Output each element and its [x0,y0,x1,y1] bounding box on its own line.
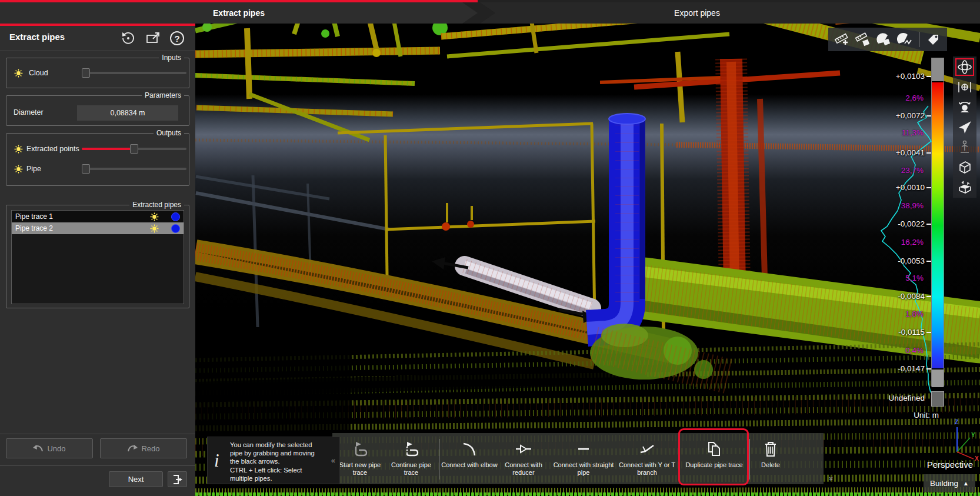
panel-title: Extract pipes [9,32,65,42]
scale-value-label: -0,0022 [898,219,925,228]
measure-along-path-icon[interactable] [896,31,914,48]
level-selector-dropdown[interactable]: Building ▲ [924,474,975,492]
slider-handle[interactable] [82,164,90,174]
undefined-label: Undefined [888,394,925,402]
help-icon[interactable]: ? [170,31,184,45]
scale-tick [926,332,931,333]
redo-label: Redo [141,444,159,453]
divider [0,434,195,434]
button-label: Continue pipe trace [385,461,437,477]
visibility-bulb-icon[interactable] [149,212,159,222]
connect-with-elbow-button[interactable]: Connect with elbow [441,435,498,483]
pipe-edit-toolbar: Start new pipe trace Continue pipe trace… [332,433,824,484]
color-scale-over-range [932,58,944,81]
hint-info-box: i You can modify the selected pipe by gr… [207,437,340,484]
undefined-color-swatch [931,391,944,407]
scale-tick [926,76,931,77]
tab-extract-pipes-label: Extract pipes [213,8,265,18]
pipe-opacity-slider[interactable] [82,164,186,174]
outputs-group-legend: Outputs [154,129,184,137]
connect-with-straight-pipe-button[interactable]: Connect with straight pipe [549,435,618,483]
scale-tick [926,224,931,225]
infobox-collapse-chevron[interactable]: « [331,456,335,465]
orbit-icon[interactable] [955,58,974,76]
dropdown-arrow-icon: ▲ [963,480,969,487]
popout-icon[interactable] [145,30,161,46]
next-button[interactable]: Next [109,471,163,487]
cloud-opacity-slider[interactable] [82,68,186,78]
extracted-pipes-group: Extracted pipes Pipe trace 1 Pipe trace … [6,205,189,308]
axis-gizmo-icon: Z Y X [944,419,980,464]
scale-tick [926,187,931,188]
divider [0,465,195,466]
scale-percent-label: 1,8% [905,309,924,318]
3d-viewport[interactable]: +0,0103 2,6% +0,0072 11,3% +0,0041 23,7%… [195,24,980,496]
scale-percent-label: 23,7% [901,166,924,175]
toolbar-separator [749,439,750,480]
scale-value-label: -0,0147 [898,364,925,373]
exit-command-icon[interactable] [168,471,187,487]
delete-button[interactable]: Delete [752,435,789,483]
histogram-curve [871,79,976,400]
add-angle-measurement-icon[interactable] [875,31,893,48]
button-label: Connect with elbow [441,461,497,469]
remove-measurement-icon[interactable] [854,31,872,48]
undo-label: Undo [47,444,65,453]
undo-button[interactable]: Undo [6,438,93,458]
redo-button[interactable]: Redo [100,438,187,458]
axis-x-label: X [975,455,979,462]
extracted-points-opacity-slider[interactable] [82,144,186,154]
slider-fill [82,148,134,150]
connect-with-reducer-button[interactable]: Connect with reducer [498,435,549,483]
scale-tick [926,115,931,116]
scale-percent-label: 5,1% [905,274,924,282]
cloud-label: Cloud [29,69,48,77]
visibility-bulb-icon[interactable] [14,164,24,174]
scale-percent-label: 0,4% [905,346,924,355]
scale-value-label: +0,0010 [896,183,925,192]
visibility-bulb-icon[interactable] [14,68,24,78]
slider-handle[interactable] [82,68,90,78]
label-tag-icon[interactable] [925,31,942,48]
visibility-bulb-icon[interactable] [14,144,24,154]
scale-value-label: -0,0053 [898,257,925,265]
list-item-pipe-trace-1[interactable]: Pipe trace 1 [12,211,184,222]
pipe-color-swatch[interactable] [171,212,180,221]
level-selector-label: Building [930,479,958,488]
continue-pipe-trace-button[interactable]: Continue pipe trace [385,435,437,483]
start-new-pipe-trace-button[interactable]: Start new pipe trace [335,435,385,483]
extracted-points-label: Extracted points [26,145,79,153]
connect-with-y-t-branch-button[interactable]: Connect with Y or T branch [618,435,676,483]
diameter-value-field[interactable]: 0,08834 m [77,105,178,121]
visibility-bulb-icon[interactable] [149,224,159,234]
button-label: Connect with straight pipe [549,461,618,477]
scale-percent-label: 2,6% [905,94,924,102]
duplicate-pipe-trace-button[interactable]: Duplicate pipe trace [681,435,748,483]
info-icon: i [214,450,219,471]
pipe-color-swatch[interactable] [171,224,180,233]
toolbar-collapse-chevron[interactable]: » [827,477,836,481]
workflow-tab-bar: Extract pipes Export pipes [0,0,980,24]
inputs-group-legend: Inputs [159,54,184,62]
scale-value-label: -0,0115 [898,328,925,337]
tab-extract-pipes[interactable]: Extract pipes [0,2,478,24]
unit-label: Unit: m [914,411,939,420]
pipe-name: Pipe trace 1 [15,212,149,221]
parameters-group: Parameters Diameter 0,08834 m [6,95,189,126]
tab-export-pipes-label: Export pipes [674,8,720,18]
extracted-pipes-list[interactable]: Pipe trace 1 Pipe trace 2 [11,210,184,304]
parameters-group-legend: Parameters [142,91,184,99]
add-measurement-icon[interactable] [833,31,851,48]
toolbar-separator [678,439,679,480]
outputs-group: Outputs Extracted points Pipe [6,133,189,186]
extracted-pipes-group-legend: Extracted pipes [129,201,184,209]
reset-icon[interactable] [120,30,136,46]
projection-mode-label: Perspective [927,460,973,470]
scale-value-label: +0,0103 [896,72,925,81]
tab-export-pipes[interactable]: Export pipes [480,2,980,24]
slider-handle[interactable] [130,144,138,154]
button-label: Connect with reducer [498,461,549,477]
list-item-pipe-trace-2[interactable]: Pipe trace 2 [12,222,184,234]
next-label: Next [128,475,144,484]
scale-value-label: -0,0084 [898,292,925,301]
